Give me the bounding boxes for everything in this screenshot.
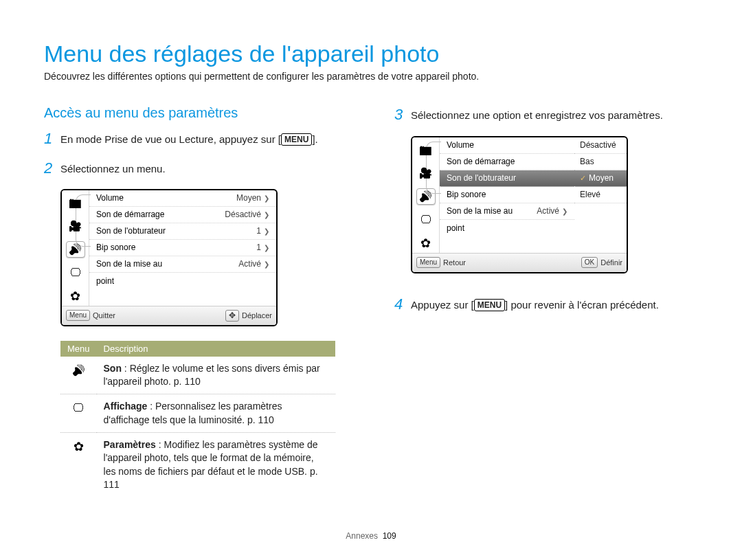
menu-footer-btn-2: Menu <box>416 257 440 268</box>
desc-cell: Affichage : Personnalisez les paramètres… <box>97 394 335 433</box>
setting-label: Son de la mise au <box>447 206 513 216</box>
option-item: Elevé <box>574 187 627 203</box>
option-label: Désactivé <box>580 140 616 150</box>
intro-text: Découvrez les différentes options qui pe… <box>44 71 701 82</box>
setting-value: Désactivé ❯ <box>225 210 269 219</box>
setting-value: Moyen ❯ <box>236 193 269 203</box>
option-label: Elevé <box>580 190 600 199</box>
setting-row: Son de démarrageDésactivé ❯ <box>89 207 276 223</box>
setting-value: 1 ❯ <box>256 226 269 236</box>
step-4: 4 Appuyez sur [MENU] pour revenir à l'éc… <box>394 296 697 313</box>
menu-footer-btn: Menu <box>66 310 90 321</box>
gear-icon <box>60 433 97 497</box>
sound-icon <box>419 190 432 203</box>
setting-row: Son de l'obturateur1 ❯ <box>89 223 276 240</box>
setting-label: point <box>96 276 114 286</box>
setting-row: point <box>89 273 276 289</box>
step-3-text: Sélectionnez une option et enregistrez v… <box>411 107 663 122</box>
setting-row: Son de l'obturateur <box>440 170 574 187</box>
setting-value: 1 ❯ <box>256 243 269 252</box>
option-label: Moyen <box>589 173 614 183</box>
section-title: Accès au menu des paramètres <box>44 105 346 121</box>
setting-label: Bip sonore <box>447 190 486 199</box>
settings-list-2: VolumeSon de démarrageSon de l'obturateu… <box>440 137 574 253</box>
ok-footer-btn: OK <box>581 257 598 268</box>
option-item: Désactivé <box>574 137 627 154</box>
setting-row: VolumeMoyen ❯ <box>89 190 276 207</box>
setting-label: Son de démarrage <box>447 157 515 166</box>
chevron-right-icon: ❯ <box>264 244 269 251</box>
setting-label: point <box>447 223 464 233</box>
sound-icon <box>60 357 97 394</box>
step-2-text: Sélectionnez un menu. <box>60 160 166 176</box>
setting-row: Son de démarrage <box>440 154 574 170</box>
menu-button-inline: MENU <box>281 133 312 146</box>
page-title: Menu des réglages de l'appareil photo <box>44 41 701 67</box>
option-label: Bas <box>580 157 594 166</box>
chevron-right-icon: ❯ <box>264 194 269 202</box>
deplace-icon <box>225 310 239 322</box>
step-num-1: 1 <box>44 131 60 147</box>
footer-left-2: Retour <box>443 258 466 267</box>
th-menu: Menu <box>60 341 97 357</box>
sound-icon <box>69 243 82 256</box>
chevron-right-icon: ❯ <box>264 211 269 219</box>
setting-label: Son de l'obturateur <box>96 226 166 236</box>
setting-row: Bip sonore <box>440 187 574 203</box>
setting-value: Activé ❯ <box>238 259 269 269</box>
option-item: Bas <box>574 154 627 170</box>
step-1-text-b: ]. <box>312 133 317 145</box>
setting-label: Volume <box>447 140 474 150</box>
step-2: 2 Sélectionnez un menu. <box>44 160 346 177</box>
setting-row: Son de la mise auActivé ❯ <box>440 203 574 220</box>
page-footer: Annexes 109 <box>0 531 742 541</box>
step-num-2: 2 <box>44 160 60 177</box>
setting-label: Son de démarrage <box>96 210 164 219</box>
check-icon: ✓ <box>580 174 586 183</box>
chevron-right-icon: ❯ <box>562 208 567 215</box>
chevron-right-icon: ❯ <box>264 260 269 268</box>
camera-screen-2: VolumeSon de démarrageSon de l'obturateu… <box>411 136 628 273</box>
menu-button-inline-2: MENU <box>474 299 505 311</box>
step-num-4: 4 <box>394 296 411 313</box>
step-1: 1 En mode Prise de vue ou Lecture, appuy… <box>44 131 346 147</box>
step-4-text-a: Appuyez sur [ <box>411 299 474 311</box>
step-3: 3 Sélectionnez une option et enregistrez… <box>394 107 697 123</box>
setting-row: Volume <box>440 137 574 154</box>
chevron-right-icon: ❯ <box>264 227 269 235</box>
setting-row: point <box>440 220 574 236</box>
desc-cell: Son : Réglez le volume et les sons diver… <box>97 357 335 394</box>
option-item: ✓Moyen <box>574 170 627 187</box>
gear-icon <box>66 288 85 304</box>
menu-description-table: Menu Description Son : Réglez le volume … <box>60 341 335 497</box>
desc-cell: Paramètres : Modifiez les paramètres sys… <box>97 433 335 497</box>
setting-row: Bip sonore1 ❯ <box>89 240 276 256</box>
setting-value: Activé ❯ <box>537 206 567 216</box>
setting-label: Son de l'obturateur <box>447 173 516 183</box>
footer-right-2: Définir <box>600 258 622 267</box>
footer-right-1: Déplacer <box>242 311 272 320</box>
page-section: Annexes <box>346 531 378 541</box>
setting-label: Volume <box>96 193 124 203</box>
setting-row: Son de la mise auActivé ❯ <box>89 256 276 273</box>
step-1-text-a: En mode Prise de vue ou Lecture, appuyez… <box>60 133 281 145</box>
step-4-text-b: ] pour revenir à l'écran précédent. <box>505 299 659 311</box>
page-number: 109 <box>383 531 396 541</box>
display-icon <box>60 394 97 433</box>
option-column: DésactivéBas✓MoyenElevé <box>574 137 627 253</box>
camera-screen-1: VolumeMoyen ❯Son de démarrageDésactivé ❯… <box>60 189 278 326</box>
display-icon <box>66 265 85 281</box>
th-desc: Description <box>97 341 335 357</box>
footer-left-1: Quitter <box>93 311 115 320</box>
settings-list-1: VolumeMoyen ❯Son de démarrageDésactivé ❯… <box>89 190 276 306</box>
display-icon <box>416 212 436 228</box>
step-num-3: 3 <box>394 107 411 123</box>
setting-label: Son de la mise au <box>96 259 162 269</box>
gear-icon <box>416 235 436 251</box>
setting-label: Bip sonore <box>96 243 135 252</box>
